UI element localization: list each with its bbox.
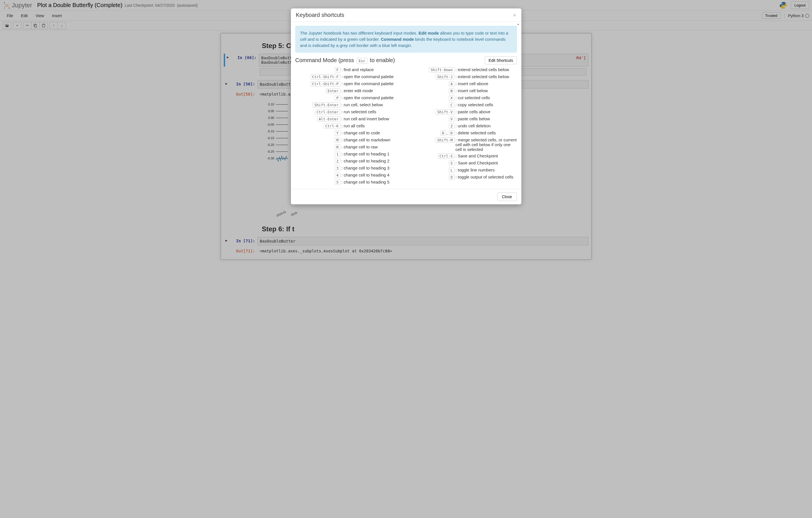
key: C: [449, 102, 455, 108]
shortcut-row: Vpaste cells below: [409, 116, 517, 122]
shortcut-keys: S: [409, 161, 455, 166]
key: Alt-Enter: [317, 116, 340, 122]
key: 4: [335, 173, 340, 178]
shortcut-row: Shift-Mmerge selected cells, or current …: [409, 138, 517, 152]
key: Ctrl-Shift-P: [311, 81, 340, 87]
shortcut-desc: change cell to heading 1: [340, 151, 403, 156]
key: F: [335, 67, 340, 73]
shortcut-row: 2change cell to heading 2: [295, 159, 403, 164]
shortcut-keys: Enter: [295, 88, 340, 94]
shortcut-keys: Shift-V: [409, 109, 455, 115]
shortcut-keys: Ctrl-Shift-F: [295, 74, 340, 80]
shortcut-desc: change cell to heading 5: [340, 180, 403, 184]
shortcut-desc: run all cells: [340, 123, 403, 128]
shortcut-row: Ctrl-Shift-Popen the command palette: [295, 81, 403, 87]
shortcut-keys: Y: [295, 131, 340, 136]
key: Shift-V: [436, 109, 455, 115]
key: Ctrl-S: [438, 153, 455, 159]
shortcut-keys: O: [409, 175, 455, 180]
key: B: [449, 88, 455, 94]
shortcut-row: Mchange cell to markdown: [295, 138, 403, 143]
shortcut-keys: M: [295, 138, 340, 143]
close-icon[interactable]: ×: [513, 12, 516, 18]
shortcut-keys: Z: [409, 123, 455, 129]
close-button[interactable]: Close: [497, 193, 517, 201]
shortcut-keys: Ctrl-Shift-P: [295, 81, 340, 87]
shortcut-row: Shift-Jextend selected cells below: [409, 74, 517, 80]
shortcut-row: Ctrl-SSave and Checkpoint: [409, 153, 517, 159]
shortcut-keys: R: [295, 144, 340, 150]
shortcut-keys: P: [295, 95, 340, 100]
shortcut-keys: Shift-M: [409, 138, 455, 143]
shortcut-row: Ctrl-Enterrun selected cells: [295, 109, 403, 115]
shortcut-desc: run cell and insert below: [340, 116, 403, 121]
key: R: [335, 144, 340, 150]
shortcut-keys: Ctrl-S: [409, 153, 455, 159]
shortcut-desc: open the command palette: [340, 95, 403, 100]
key: O: [449, 175, 455, 180]
command-mode-heading: Command Mode (press Esc to enable) Edit …: [295, 57, 517, 64]
shortcut-desc: insert cell below: [455, 88, 517, 93]
shortcut-desc: Save and Checkpoint: [455, 161, 517, 165]
info-banner: The Jupyter Notebook has two different k…: [295, 26, 517, 53]
scroll-up-indicator-icon: ▲: [517, 23, 520, 26]
shortcut-desc: Save and Checkpoint: [455, 153, 517, 158]
key: Y: [335, 131, 340, 136]
shortcut-row: Xcut selected cells: [409, 95, 517, 100]
key: P: [335, 95, 340, 100]
shortcut-col-right: Shift-Downextend selected cells belowShi…: [409, 67, 517, 186]
key: 1: [335, 151, 340, 157]
shortcut-keys: Ctrl-Enter: [295, 109, 340, 115]
shortcut-columns: Ffind and replaceCtrl-Shift-Fopen the co…: [295, 67, 517, 186]
shortcut-desc: paste cells above: [455, 109, 517, 114]
shortcut-desc: merge selected cells, or current cell wi…: [455, 138, 517, 152]
shortcut-row: D,Ddelete selected cells: [409, 131, 517, 136]
shortcut-row: Ffind and replace: [295, 67, 403, 73]
shortcut-keys: 3: [295, 166, 340, 171]
shortcut-row: Ctrl-Krun all cells: [295, 123, 403, 129]
key: A: [449, 81, 455, 87]
shortcut-keys: 1: [295, 151, 340, 157]
shortcut-desc: toggle line numbers: [455, 168, 517, 172]
shortcut-row: Binsert cell below: [409, 88, 517, 94]
modal-backdrop[interactable]: Keyboard shortcuts × ▲ The Jupyter Noteb…: [0, 0, 812, 518]
shortcut-desc: insert cell above: [455, 81, 517, 86]
shortcut-row: Ychange cell to code: [295, 131, 403, 136]
shortcut-row: SSave and Checkpoint: [409, 161, 517, 166]
shortcut-keys: Shift-Enter: [295, 102, 340, 108]
edit-shortcuts-button[interactable]: Edit Shortcuts: [485, 57, 517, 64]
shortcut-desc: undo cell deletion: [455, 123, 517, 128]
shortcut-desc: paste cells below: [455, 116, 517, 121]
shortcut-keys: 2: [295, 159, 340, 164]
key: M: [335, 138, 340, 143]
shortcut-row: 5change cell to heading 5: [295, 180, 403, 185]
shortcut-keys: B: [409, 88, 455, 94]
shortcut-row: Alt-Enterrun cell and insert below: [295, 116, 403, 122]
shortcut-desc: run selected cells: [340, 109, 403, 114]
shortcut-desc: toggle output of selected cells: [455, 175, 517, 179]
key: X: [449, 95, 455, 100]
shortcut-keys: D,D: [409, 131, 455, 136]
key: Ctrl-Enter: [315, 109, 340, 115]
keyboard-shortcuts-modal: Keyboard shortcuts × ▲ The Jupyter Noteb…: [291, 8, 521, 204]
key: Shift-M: [436, 138, 455, 143]
shortcut-desc: change cell to raw: [340, 144, 403, 149]
key: Shift-Enter: [313, 102, 340, 108]
shortcut-row: Ltoggle line numbers: [409, 168, 517, 173]
modal-title: Keyboard shortcuts: [296, 12, 344, 18]
shortcut-desc: change cell to heading 3: [340, 166, 403, 170]
modal-body[interactable]: ▲ The Jupyter Notebook has two different…: [291, 22, 521, 189]
key: Z: [449, 123, 455, 129]
key: Enter: [326, 88, 340, 94]
shortcut-row: Otoggle output of selected cells: [409, 175, 517, 180]
shortcut-row: Shift-Vpaste cells above: [409, 109, 517, 115]
shortcut-row: Zundo cell deletion: [409, 123, 517, 129]
shortcut-row: Shift-Downextend selected cells below: [409, 67, 517, 73]
key: V: [449, 116, 455, 122]
key: D: [449, 131, 455, 136]
shortcut-keys: 5: [295, 180, 340, 185]
shortcut-row: Ainsert cell above: [409, 81, 517, 87]
shortcut-desc: extend selected cells below: [455, 67, 517, 72]
shortcut-keys: V: [409, 116, 455, 122]
shortcut-keys: L: [409, 168, 455, 173]
